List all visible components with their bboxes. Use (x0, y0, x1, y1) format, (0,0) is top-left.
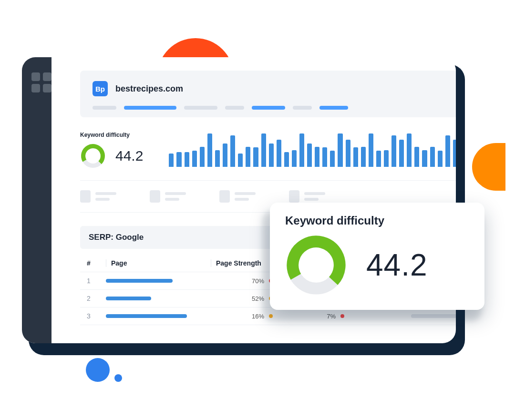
decoration-orange-arc (472, 143, 505, 191)
cell-page (106, 279, 211, 283)
stat-placeholder (289, 190, 325, 203)
trend-bar (307, 143, 312, 167)
trend-bar (176, 152, 181, 167)
site-domain: bestrecipes.com (115, 84, 183, 94)
trend-bar (246, 147, 250, 167)
trend-bar (369, 133, 373, 167)
kd-ring-small (80, 143, 106, 169)
nav-placeholder-row (93, 106, 453, 110)
trend-bar (414, 147, 419, 167)
trend-bar (185, 152, 189, 167)
trend-bar (261, 133, 266, 167)
nav-pill (124, 106, 176, 110)
trend-bar (299, 133, 304, 167)
stat-placeholder (219, 190, 256, 203)
col-page: Page (106, 259, 211, 267)
cell-rank: 2 (87, 295, 106, 302)
kd-card-title: Keyword difficulty (285, 214, 469, 227)
trend-bar (192, 151, 197, 167)
nav-pill (93, 106, 116, 110)
trend-bar (284, 152, 289, 167)
trend-bar (253, 147, 258, 167)
trend-bar (445, 135, 450, 167)
nav-pill (293, 106, 312, 110)
kd-value-small: 44.2 (115, 148, 143, 164)
apps-icon[interactable] (31, 72, 52, 92)
trend-bar (353, 147, 358, 167)
nav-pill (252, 106, 285, 110)
trend-bar (207, 133, 212, 167)
trend-bar (407, 133, 412, 167)
cell-page (106, 314, 211, 318)
trend-bar (453, 140, 456, 167)
kd-label: Keyword difficulty (80, 132, 143, 138)
trend-bar (376, 151, 381, 167)
trend-bar (422, 150, 427, 167)
col-rank: # (87, 259, 106, 267)
kd-summary-row: Keyword difficulty 44.2 (80, 132, 456, 169)
trend-bar (200, 147, 205, 167)
trend-bar (238, 154, 243, 167)
trend-bar (399, 140, 404, 167)
decoration-blue-dot-small (114, 374, 122, 382)
trend-bar (391, 135, 396, 167)
nav-pill (225, 106, 244, 110)
trend-bar-chart (164, 133, 456, 167)
kd-ring-large (285, 234, 347, 296)
decoration-blue-dot (86, 358, 110, 382)
kd-small-widget: Keyword difficulty 44.2 (80, 132, 143, 169)
trend-bar (292, 150, 297, 167)
site-card: Bp bestrecipes.com (80, 71, 456, 117)
trend-bar (438, 151, 443, 167)
trend-bar (223, 143, 227, 167)
trend-bar (346, 140, 350, 167)
sidebar (22, 57, 52, 343)
trend-bar (315, 147, 319, 167)
nav-pill (184, 106, 217, 110)
trend-bar (269, 143, 274, 167)
trend-bar (230, 135, 235, 167)
site-favicon: Bp (93, 81, 108, 96)
trend-bar (430, 147, 435, 167)
trend-bar (361, 147, 366, 167)
trend-bar (277, 140, 281, 167)
kd-card-value: 44.2 (366, 247, 428, 283)
cell-page (106, 297, 211, 300)
cell-rank: 3 (87, 312, 106, 320)
trend-bar (330, 151, 335, 167)
stat-placeholder (80, 190, 116, 203)
trend-bar (384, 150, 389, 167)
stat-placeholder (150, 190, 186, 203)
trend-bar (215, 150, 220, 167)
cell-rank: 1 (87, 277, 106, 285)
trend-bar (338, 133, 342, 167)
trend-bar (322, 147, 327, 167)
trend-bar (169, 154, 174, 167)
kd-card: Keyword difficulty 44.2 (270, 203, 484, 310)
nav-pill (319, 106, 348, 110)
